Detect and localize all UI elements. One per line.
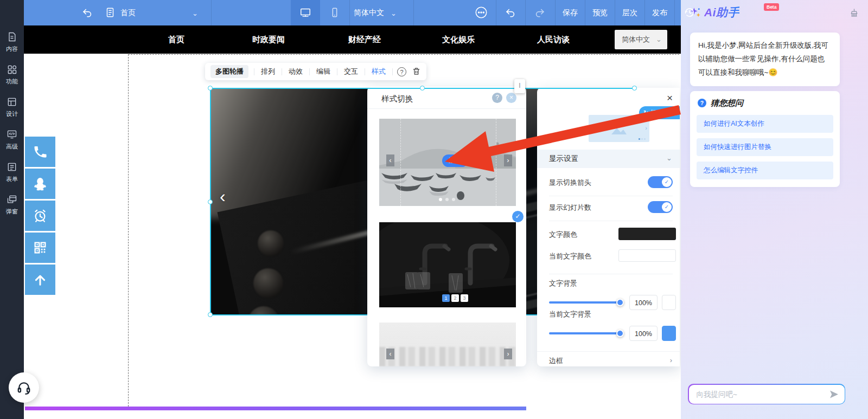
tab-arrange[interactable]: 排列 xyxy=(254,67,282,76)
tab-animation[interactable]: 动效 xyxy=(282,67,309,76)
sidebar-item-form[interactable]: 表单 xyxy=(0,160,24,189)
divider xyxy=(549,221,673,221)
tab-interaction[interactable]: 交互 xyxy=(337,67,365,76)
editor-language-selector[interactable]: 简体中文 xyxy=(354,8,384,18)
current-text-bg-opacity-value[interactable]: 100% xyxy=(629,326,658,341)
beta-badge: Beta xyxy=(764,3,779,11)
canvas-guide-top xyxy=(128,54,679,55)
suggestion-ai-writing[interactable]: 如何进行AI文本创作 xyxy=(697,115,833,133)
sidebar-item-features[interactable]: 功能 xyxy=(0,63,24,91)
support-button[interactable] xyxy=(9,372,39,403)
ai-chat-input-wrap xyxy=(688,384,845,404)
selection-handle[interactable] xyxy=(420,86,425,91)
selection-handle[interactable] xyxy=(632,86,637,91)
style-option-1[interactable]: ‹ › 选用 xyxy=(379,119,516,206)
popup-window-icon xyxy=(7,194,17,205)
sidebar-item-label: 弹窗 xyxy=(0,208,24,216)
ai-greeting-bubble: Hi,我是小梦,网站后台全新升级改版,我可以辅助您做一些常见操作,有什么问题也可… xyxy=(690,33,840,86)
document-icon xyxy=(7,31,17,42)
nav-item-interview[interactable]: 人民访谈 xyxy=(537,35,570,45)
selection-handle[interactable] xyxy=(208,312,213,317)
text-color-swatch[interactable] xyxy=(618,228,676,240)
selected-check-icon: ✓ xyxy=(512,211,524,222)
trash-icon[interactable] xyxy=(412,67,421,76)
current-text-bg-color-swatch[interactable] xyxy=(662,326,676,341)
current-text-bg-opacity-slider[interactable] xyxy=(549,332,624,334)
slide-number-badge: 3 xyxy=(461,294,468,302)
nav-item-politics[interactable]: 时政要闻 xyxy=(252,35,285,45)
suggestion-edit-text[interactable]: 怎么编辑文字控件 xyxy=(697,162,833,179)
suggestion-image-replace[interactable]: 如何快速进行图片替换 xyxy=(697,138,833,156)
next-arrow-icon: › xyxy=(504,349,512,359)
select-style-button[interactable]: 选用 xyxy=(442,154,468,167)
site-language-value: 简体中文 xyxy=(622,35,650,43)
divider xyxy=(549,274,673,274)
ai-assistant-panel: Ai助手 Beta Hi,我是小梦,网站后台全新升级改版,我可以辅助您做一些常见… xyxy=(681,0,868,419)
float-qrcode-button[interactable] xyxy=(25,233,55,263)
nav-item-home[interactable]: 首页 xyxy=(168,35,184,45)
close-icon[interactable]: × xyxy=(506,93,516,103)
save-button[interactable]: 保存 xyxy=(563,8,578,18)
text-bg-opacity-value[interactable]: 100% xyxy=(629,295,658,310)
help-icon[interactable]: ? xyxy=(492,93,502,103)
text-bg-opacity-slider[interactable] xyxy=(549,301,624,304)
layout-guide xyxy=(400,119,401,206)
qr-code-icon xyxy=(33,240,48,255)
text-bg-color-swatch[interactable] xyxy=(662,295,676,310)
history-icon[interactable] xyxy=(683,6,696,19)
close-icon[interactable]: × xyxy=(667,92,673,104)
layout-guide xyxy=(496,119,496,206)
mobile-view-icon[interactable] xyxy=(329,7,341,18)
ai-chat-input[interactable] xyxy=(697,385,821,404)
element-type-chip: 多图轮播 xyxy=(210,65,248,78)
site-language-select[interactable]: 简体中文 ⌄ xyxy=(615,30,667,49)
sidebar-item-design[interactable]: 设计 xyxy=(0,95,24,124)
clear-chat-icon[interactable] xyxy=(849,8,859,18)
publish-button[interactable]: 发布 xyxy=(652,8,667,18)
selection-handle[interactable] xyxy=(208,86,213,91)
current-text-color-swatch[interactable] xyxy=(618,249,676,262)
preview-button[interactable]: 预览 xyxy=(592,8,608,18)
more-options-icon[interactable] xyxy=(474,5,488,20)
page-selector[interactable]: 首页 xyxy=(120,8,136,18)
desktop-view-icon[interactable] xyxy=(299,7,311,18)
send-icon[interactable] xyxy=(829,390,839,398)
undo-icon[interactable] xyxy=(505,7,516,18)
alarm-clock-icon xyxy=(33,208,48,223)
tab-edit[interactable]: 编辑 xyxy=(310,67,337,76)
help-icon[interactable]: ? xyxy=(397,67,406,76)
style-option-2-selected[interactable]: 1 2 3 xyxy=(379,222,516,307)
show-arrows-toggle[interactable]: ✓ xyxy=(648,176,673,188)
site-navbar: 首页 时政要闻 财经产经 文化娱乐 人民访谈 简体中文 ⌄ xyxy=(24,25,681,54)
style-option-3[interactable]: ‹ › xyxy=(379,323,516,366)
carousel-prev-icon[interactable]: ‹ xyxy=(220,188,226,205)
sidebar-item-label: 内容 xyxy=(0,45,24,53)
sidebar-item-popup[interactable]: 弹窗 xyxy=(0,193,24,221)
suggestions-header: ? 猜您想问 xyxy=(697,98,833,109)
layers-button[interactable]: 层次 xyxy=(622,8,637,18)
float-backtop-button[interactable] xyxy=(25,265,55,295)
setting-label: 显示幻灯片数 xyxy=(549,203,591,212)
selection-handle[interactable] xyxy=(208,199,213,204)
slider-knob[interactable] xyxy=(616,299,624,306)
redo-icon[interactable] xyxy=(534,7,546,18)
camera-dial xyxy=(258,230,284,256)
layout-icon xyxy=(7,96,17,107)
show-slide-count-toggle[interactable]: ✓ xyxy=(648,201,673,213)
slider-knob[interactable] xyxy=(616,330,624,337)
display-settings-section[interactable]: 显示设置 ⌄ xyxy=(537,150,680,168)
back-icon[interactable] xyxy=(81,7,93,18)
check-icon: ✓ xyxy=(665,204,669,210)
sidebar-item-content[interactable]: 内容 xyxy=(0,30,24,59)
float-qq-button[interactable] xyxy=(25,169,55,199)
tab-style[interactable]: 样式 xyxy=(365,67,392,76)
float-alarm-button[interactable] xyxy=(25,201,55,231)
float-phone-button[interactable] xyxy=(25,137,55,167)
sidebar-item-advanced[interactable]: 高级 xyxy=(0,128,24,156)
setting-label: 当前文字背景 xyxy=(549,310,591,319)
carousel-dot xyxy=(452,198,455,201)
setting-label: 显示切换箭头 xyxy=(549,178,591,188)
canvas-guide-left xyxy=(128,54,129,409)
nav-item-culture[interactable]: 文化娱乐 xyxy=(442,35,475,45)
nav-item-finance[interactable]: 财经产经 xyxy=(348,35,381,45)
